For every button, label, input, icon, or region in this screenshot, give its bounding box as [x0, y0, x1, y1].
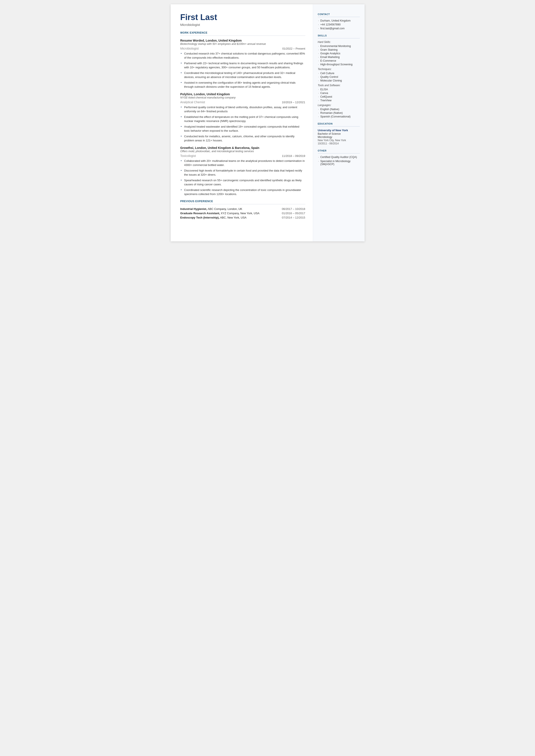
- hard-skill-3: Google Analytics: [318, 52, 360, 55]
- company-3-bold: Growthsi,: [180, 146, 194, 150]
- prev-exp-dates-3: 07/2014 – 12/2015: [282, 216, 305, 219]
- prev-exp-label-3: Endoscopy Tech (Internship), ABC, New Yo…: [180, 216, 247, 219]
- company-1-desc: Biotechnology startup with 50+ employees…: [180, 42, 305, 45]
- job-title-1: Microbiologist: [180, 47, 199, 50]
- left-column: First Last Microbiologist WORK EXPERIENC…: [171, 4, 313, 241]
- job-header-3: Toxicologist 11/2018 – 09/2019: [180, 154, 305, 157]
- prev-exp-item-1: Industrial Hygienist, ABC Company, Londo…: [180, 207, 305, 210]
- resume-container: First Last Microbiologist WORK EXPERIENC…: [171, 4, 365, 241]
- work-experience-divider: [180, 36, 305, 36]
- tool-4: TreeView: [318, 99, 360, 102]
- company-1-name: Resume Worded, London, United Kingdom: [180, 39, 305, 42]
- prev-exp-item-3: Endoscopy Tech (Internship), ABC, New Yo…: [180, 216, 305, 219]
- contact-address: Durham, United Kingdom: [318, 19, 360, 22]
- company-2-desc: NYSE-listed chemical manufacturing compa…: [180, 96, 305, 99]
- job-dates-3: 11/2018 – 09/2019: [282, 154, 305, 157]
- other-item-1: Certified Quality Auditor (CQA): [318, 155, 360, 159]
- tools-label: Tools and Software:: [318, 84, 360, 87]
- hard-skill-4: Email Marketing: [318, 56, 360, 59]
- prev-exp-label-2: Graduate Research Assistant, XYZ Company…: [180, 211, 260, 215]
- technique-1: Cell Culture: [318, 72, 360, 75]
- bullet-3-4: Coordinated scientific research depictin…: [180, 188, 305, 196]
- tool-1: ELISA: [318, 88, 360, 91]
- job-dates-1: 01/2022 – Present: [282, 47, 305, 50]
- candidate-title: Microbiologist: [180, 23, 305, 26]
- education-heading: EDUCATION: [318, 123, 360, 125]
- company-1-rest: London, United Kingdom: [205, 39, 242, 42]
- edu-field: Microbiology: [318, 136, 360, 139]
- technique-3: Molecular Cloning: [318, 79, 360, 82]
- hard-skill-5: E-Commerce: [318, 59, 360, 62]
- edu-school: University of New York: [318, 129, 360, 132]
- tool-3: CellQuest: [318, 95, 360, 98]
- work-experience-heading: WORK EXPERIENCE: [180, 31, 305, 34]
- prev-exp-label-1: Industrial Hygienist, ABC Company, Londo…: [180, 207, 242, 210]
- company-2-bold: Polyhire,: [180, 93, 193, 96]
- job-title-3: Toxicologist: [180, 154, 196, 157]
- other-divider: [318, 153, 360, 154]
- bullet-1-3: Coordinated the microbiological testing …: [180, 71, 305, 79]
- language-1: English (Native): [318, 108, 360, 111]
- edu-location: New York City, New York: [318, 139, 360, 142]
- other-item-2: Specialist in Microbiology (SM(ASCP): [318, 160, 360, 166]
- bullet-3-2: Discovered high levels of formaldehyde i…: [180, 169, 305, 177]
- hard-skill-6: High-throughput Screening: [318, 63, 360, 66]
- prev-exp-bold-3: Endoscopy Tech (Internship),: [180, 216, 219, 219]
- prev-exp-bold-2: Graduate Research Assistant,: [180, 211, 220, 215]
- company-1-bold: Resume Worded,: [180, 39, 205, 42]
- previous-experience-heading: PREVIOUS EXPERIENCE: [180, 200, 305, 203]
- company-2-name: Polyhire, London, United Kingdom: [180, 93, 305, 96]
- prev-exp-item-2: Graduate Research Assistant, XYZ Company…: [180, 211, 305, 215]
- prev-exp-dates-1: 06/2017 – 10/2018: [282, 207, 305, 210]
- contact-phone: +44 1234567890: [318, 23, 360, 26]
- bullet-2-4: Conducted tests for metallics, arsenic, …: [180, 134, 305, 143]
- bullets-1: Conducted research into 37+ chemical sol…: [180, 51, 305, 89]
- education-section: EDUCATION University of New York Bachelo…: [318, 123, 360, 145]
- prev-exp-dates-2: 01/2016 – 05/2017: [282, 211, 305, 215]
- language-3: Spanish (Conversational): [318, 115, 360, 118]
- company-3-name: Growthsi, London, United Kingdom & Barce…: [180, 146, 305, 150]
- technique-2: Quality Control: [318, 75, 360, 78]
- hard-skill-2: Gram Staining: [318, 48, 360, 51]
- bullets-3: Collaborated with 20+ multinational team…: [180, 159, 305, 196]
- bullet-3-1: Collaborated with 20+ multinational team…: [180, 159, 305, 167]
- bullet-2-1: Performed quality control testing of ble…: [180, 105, 305, 114]
- candidate-name: First Last: [180, 13, 305, 22]
- contact-section: CONTACT Durham, United Kingdom +44 12345…: [318, 13, 360, 30]
- bullets-2: Performed quality control testing of ble…: [180, 105, 305, 143]
- company-3-rest: London, United Kingdom & Barcelona, Spai…: [194, 146, 259, 150]
- prev-exp-rest-2: XYZ Company, New York, USA: [220, 211, 259, 215]
- job-header-1: Microbiologist 01/2022 – Present: [180, 47, 305, 50]
- techniques-label: Techniques:: [318, 68, 360, 71]
- prev-exp-bold-1: Industrial Hygienist,: [180, 207, 207, 210]
- contact-heading: CONTACT: [318, 13, 360, 15]
- contact-divider: [318, 17, 360, 17]
- bullet-3-3: Spearheaded research on 55+ carcinogenic…: [180, 178, 305, 187]
- hard-skills-label: Hard Skills:: [318, 41, 360, 43]
- other-heading: OTHER: [318, 149, 360, 152]
- bullet-2-2: Established the effect of temperature on…: [180, 115, 305, 123]
- job-dates-2: 10/2019 – 12/2021: [282, 101, 305, 104]
- education-divider: [318, 126, 360, 126]
- edu-dates: 10/2011 - 06/2014: [318, 142, 360, 145]
- company-3-desc: Offers mold, photovoltaic, and microbiol…: [180, 150, 305, 153]
- hard-skill-1: Environmental Monitoring: [318, 44, 360, 48]
- job-header-2: Analytical Chemist 10/2019 – 12/2021: [180, 100, 305, 104]
- work-block-1: Resume Worded, London, United Kingdom Bi…: [180, 39, 305, 89]
- contact-email: first.last@gmail.com: [318, 27, 360, 30]
- language-2: Romanian (Native): [318, 111, 360, 114]
- work-block-3: Growthsi, London, United Kingdom & Barce…: [180, 146, 305, 196]
- bullet-1-2: Partnered with 22+ technical writing tea…: [180, 61, 305, 70]
- skills-section: SKILLS Hard Skills: Environmental Monito…: [318, 34, 360, 118]
- prev-exp-rest-3: ABC, New York, USA: [219, 216, 246, 219]
- company-2-rest: London, United Kingdom: [193, 93, 230, 96]
- prev-exp-rest-1: ABC Company, London, UK: [207, 207, 242, 210]
- edu-degree: Bachelor of Science: [318, 132, 360, 135]
- skills-heading: SKILLS: [318, 34, 360, 37]
- tool-2: Canva: [318, 92, 360, 95]
- other-section: OTHER Certified Quality Auditor (CQA) Sp…: [318, 149, 360, 166]
- languages-label: Languages:: [318, 104, 360, 107]
- bullet-1-4: Assisted in overseeing the configuration…: [180, 81, 305, 89]
- bullet-2-3: Analyzed treated wastewater and identifi…: [180, 125, 305, 133]
- work-block-2: Polyhire, London, United Kingdom NYSE-li…: [180, 93, 305, 143]
